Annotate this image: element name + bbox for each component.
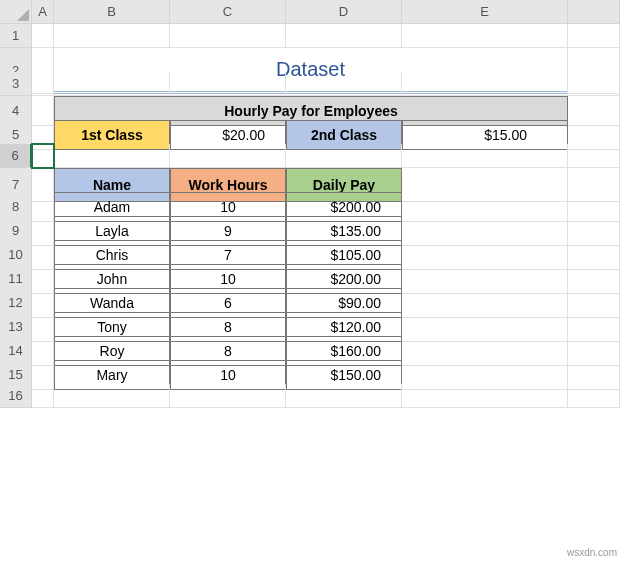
col-header-A[interactable]: A (32, 0, 54, 24)
cell-E16[interactable] (402, 384, 568, 408)
spreadsheet-viewport: A B C D E 1 2 Dataset 3 4 Hourly Pay for… (0, 0, 623, 562)
col-header-E[interactable]: E (402, 0, 568, 24)
col-header-spill (568, 0, 620, 24)
cell-E3[interactable] (402, 72, 568, 96)
col-header-D[interactable]: D (286, 0, 402, 24)
cell-C16[interactable] (170, 384, 286, 408)
row-header-1[interactable]: 1 (0, 24, 32, 48)
cell-E1[interactable] (402, 24, 568, 48)
cell-F3[interactable] (568, 72, 620, 96)
row-header-3[interactable]: 3 (0, 72, 32, 96)
cell-A6-selected[interactable] (32, 144, 54, 168)
cell-A3[interactable] (32, 72, 54, 96)
cell-D6[interactable] (286, 144, 402, 168)
cell-C6[interactable] (170, 144, 286, 168)
cell-D3[interactable] (286, 72, 402, 96)
cell-A1[interactable] (32, 24, 54, 48)
cell-B1[interactable] (54, 24, 170, 48)
spreadsheet-grid[interactable]: A B C D E 1 2 Dataset 3 4 Hourly Pay for… (0, 0, 623, 408)
cell-A16[interactable] (32, 384, 54, 408)
row-header-16[interactable]: 16 (0, 384, 32, 408)
col-header-B[interactable]: B (54, 0, 170, 24)
cell-B16[interactable] (54, 384, 170, 408)
cell-D16[interactable] (286, 384, 402, 408)
watermark: wsxdn.com (567, 547, 617, 558)
select-all-corner[interactable] (0, 0, 32, 24)
cell-C3[interactable] (170, 72, 286, 96)
cell-F1[interactable] (568, 24, 620, 48)
cell-B6[interactable] (54, 144, 170, 168)
cell-B3[interactable] (54, 72, 170, 96)
cell-D1[interactable] (286, 24, 402, 48)
cell-E6[interactable] (402, 144, 568, 168)
cell-C1[interactable] (170, 24, 286, 48)
col-header-C[interactable]: C (170, 0, 286, 24)
cell-F16[interactable] (568, 384, 620, 408)
cell-F6[interactable] (568, 144, 620, 168)
row-header-6[interactable]: 6 (0, 144, 32, 168)
